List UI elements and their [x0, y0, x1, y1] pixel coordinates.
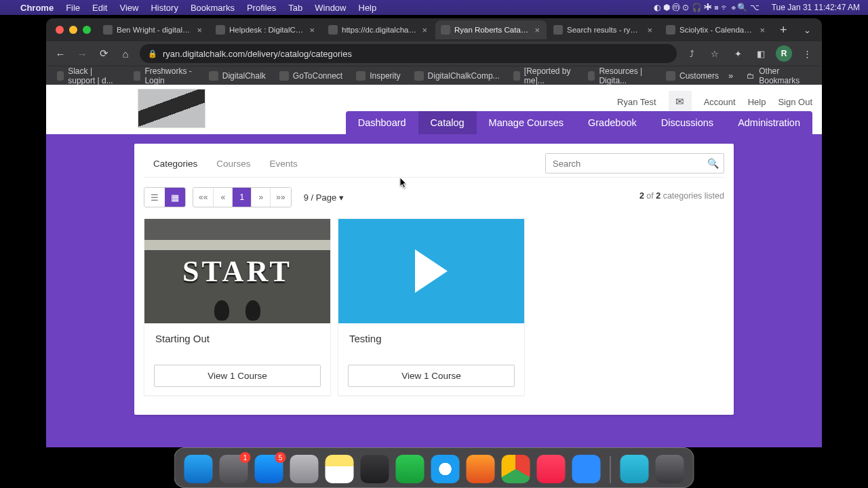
bookmark-item[interactable]: [Reported by me]... [509, 65, 579, 87]
share-button[interactable]: ⤴ [684, 45, 700, 62]
close-icon[interactable]: × [758, 25, 766, 35]
page-last-button[interactable]: »» [271, 188, 290, 207]
menu-Window[interactable]: Window [315, 3, 346, 13]
per-page-select[interactable]: 9 / Page ▾ [298, 190, 349, 205]
nav-item-manage-courses[interactable]: Manage Courses [477, 111, 576, 134]
dock-finder[interactable] [184, 455, 213, 483]
dock-firefox[interactable] [467, 455, 495, 483]
dock-safari[interactable] [431, 455, 460, 483]
menu-File[interactable]: File [66, 3, 80, 13]
forward-button[interactable]: → [75, 46, 90, 61]
menu-View[interactable]: View [119, 3, 138, 13]
browser-tab[interactable]: Ryan Roberts Catalog× [435, 20, 547, 39]
star-button[interactable]: ☆ [707, 45, 723, 62]
page-first-button[interactable]: «« [193, 188, 214, 207]
bookmark-item[interactable]: DigitalChalk [205, 65, 270, 87]
subtab-courses[interactable]: Courses [207, 152, 260, 176]
page-prev-button[interactable]: « [214, 188, 233, 207]
bookmark-item[interactable]: GoToConnect [275, 65, 347, 87]
menubar-status-icons[interactable]: ◐ ⬢ ⓜ ⊙ 🎧 ✱ ▣ ᯤ ⊕ 🔍 ⌥ [654, 2, 759, 14]
bookmark-label: [Reported by me]... [524, 66, 574, 85]
dock-numbers[interactable] [396, 455, 425, 483]
bookmark-item[interactable]: DigitalChalkComp... [410, 65, 504, 87]
bookmark-item[interactable]: Customers [662, 65, 723, 87]
nav-item-administration[interactable]: Administration [726, 111, 812, 134]
bookmark-item[interactable]: Slack | support | d... [53, 65, 124, 87]
view-courses-button[interactable]: View 1 Course [154, 365, 321, 387]
menu-Bookmarks[interactable]: Bookmarks [191, 3, 235, 13]
mail-icon[interactable]: ✉ [669, 91, 692, 113]
menubar-clock[interactable]: Tue Jan 31 11:42:47 AM [772, 3, 860, 12]
dock-launchpad[interactable] [290, 455, 319, 483]
chrome-menu-button[interactable]: ⋮ [799, 45, 815, 62]
close-icon[interactable]: × [533, 25, 541, 35]
browser-tab[interactable]: Sciolytix - Calendar - Ja× [660, 20, 772, 39]
dock-settings[interactable]: 1 [220, 455, 248, 483]
menu-Profiles[interactable]: Profiles [247, 3, 276, 13]
bookmark-item[interactable]: Resources | Digita... [584, 65, 656, 87]
dock-notes[interactable] [326, 455, 354, 483]
account-link[interactable]: Account [704, 97, 736, 107]
menu-Edit[interactable]: Edit [92, 3, 107, 13]
dock-calculator[interactable] [361, 455, 389, 483]
dock-music[interactable] [537, 455, 566, 483]
dock-zoom[interactable] [572, 455, 601, 483]
help-link[interactable]: Help [748, 97, 766, 107]
url-text: ryan.digitalchalk.com/delivery/catalog/c… [163, 49, 352, 59]
site-logo[interactable] [138, 89, 205, 128]
grid-view-button[interactable]: ▦ [165, 188, 185, 207]
browser-tab[interactable]: Ben Wright - digitalchalk× [98, 20, 209, 39]
back-button[interactable]: ← [53, 46, 68, 61]
profile-avatar[interactable]: R [776, 45, 792, 62]
browser-tab[interactable]: Helpdesk : DigitalChalk× [210, 20, 321, 39]
nav-item-dashboard[interactable]: Dashboard [346, 111, 418, 134]
bookmark-label: Resources | Digita... [599, 66, 652, 85]
close-icon[interactable]: × [420, 25, 429, 35]
list-view-button[interactable]: ☰ [144, 188, 165, 207]
browser-tab[interactable]: https://dc.digitalchalk.co× [323, 20, 434, 39]
extensions-button[interactable]: ✦ [730, 45, 746, 62]
nav-item-discussions[interactable]: Discussions [649, 111, 726, 134]
tab-title: Ryan Roberts Catalog [454, 26, 529, 34]
search-input[interactable] [545, 153, 724, 174]
category-card[interactable]: TestingView 1 Course [338, 218, 525, 396]
subtab-categories[interactable]: Categories [144, 152, 207, 176]
browser-tab[interactable]: Search results - ryan.rol× [548, 20, 659, 39]
close-icon[interactable]: × [308, 25, 316, 35]
menu-Tab[interactable]: Tab [288, 3, 302, 13]
search-icon[interactable]: 🔍 [707, 158, 719, 169]
home-button[interactable]: ⌂ [118, 46, 133, 61]
menu-History[interactable]: History [151, 3, 178, 13]
category-card[interactable]: STARTStarting OutView 1 Course [144, 218, 331, 396]
dock-chrome[interactable] [502, 455, 530, 483]
bookmark-item[interactable]: Freshworks - Login [130, 65, 199, 87]
nav-item-catalog[interactable]: Catalog [418, 111, 477, 134]
dock-downloads[interactable] [620, 455, 649, 483]
sidepanel-button[interactable]: ◧ [753, 45, 769, 62]
omnibox[interactable]: 🔒 ryan.digitalchalk.com/delivery/catalog… [140, 44, 677, 63]
dock-app-store[interactable]: 5 [255, 455, 283, 483]
other-bookmarks[interactable]: 🗀Other Bookmarks [743, 65, 815, 87]
close-icon[interactable]: × [646, 25, 654, 35]
close-icon[interactable]: × [195, 25, 203, 35]
menu-Help[interactable]: Help [359, 3, 377, 13]
dock-separator [610, 456, 611, 483]
page-next-button[interactable]: » [252, 188, 271, 207]
signout-link[interactable]: Sign Out [778, 97, 812, 107]
user-name: Ryan Test [617, 97, 656, 107]
new-tab-button[interactable]: + [773, 23, 794, 37]
favicon-icon [553, 25, 563, 35]
bookmark-item[interactable]: Insperity [352, 65, 404, 87]
dock-trash[interactable] [656, 455, 684, 483]
bookmarks-overflow[interactable]: » [728, 70, 733, 81]
view-courses-button[interactable]: View 1 Course [348, 365, 515, 387]
subtab-events[interactable]: Events [260, 152, 307, 176]
nav-item-gradebook[interactable]: Gradebook [576, 111, 649, 134]
card-title: Starting Out [144, 323, 330, 365]
chrome-window: Ben Wright - digitalchalk×Helpdesk : Dig… [46, 18, 822, 85]
menubar-app[interactable]: Chrome [20, 3, 54, 13]
window-controls[interactable] [52, 26, 98, 34]
reload-button[interactable]: ⟳ [96, 46, 111, 61]
page-current[interactable]: 1 [233, 188, 252, 207]
tab-dropdown-button[interactable]: ⌄ [798, 25, 816, 35]
